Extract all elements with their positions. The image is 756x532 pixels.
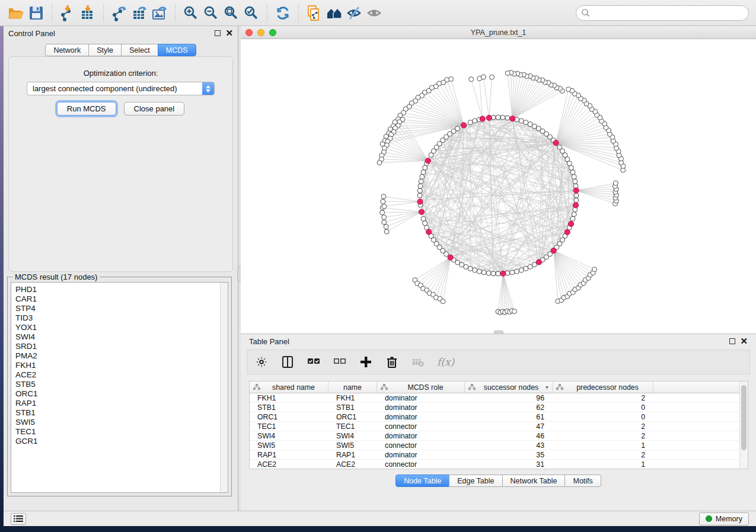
memory-button[interactable]: Memory: [699, 512, 749, 525]
mcds-result-item[interactable]: STB1: [15, 408, 220, 418]
run-mcds-button[interactable]: Run MCDS: [57, 102, 116, 116]
search-icon: [581, 8, 591, 18]
toolbar-separator: [267, 4, 267, 22]
cell-successor-nodes: 61: [465, 412, 553, 421]
task-list-icon: [14, 515, 23, 523]
table-row[interactable]: TEC1TEC1connector472: [250, 422, 739, 431]
delete-table-button: [411, 355, 425, 369]
delete-row-button[interactable]: [385, 355, 399, 369]
function-builder-button: f(x): [437, 356, 454, 368]
column-header-name[interactable]: name: [328, 382, 377, 393]
optimization-criterion-select[interactable]: largest connected component (undirected): [27, 82, 215, 95]
table-tabs: Node TableEdge TableNetwork TableMotifs: [241, 475, 756, 487]
table-scrollbar[interactable]: [739, 382, 748, 469]
tab-style[interactable]: Style: [88, 44, 122, 56]
export-table-button[interactable]: [129, 3, 149, 23]
table-scrollbar-thumb[interactable]: [741, 385, 747, 450]
mcds-result-item[interactable]: TEC1: [15, 427, 220, 437]
mcds-result-item[interactable]: PMA2: [15, 351, 220, 361]
mcds-result-item[interactable]: TID3: [15, 313, 220, 323]
mcds-result-box: MCDS result (17 nodes) PHD1CAR1STP4TID3Y…: [7, 277, 232, 496]
mcds-result-item[interactable]: SRD1: [15, 342, 220, 351]
mcds-result-list[interactable]: PHD1CAR1STP4TID3YOX1SWI4SRD1PMA2FKH1ACE2…: [11, 283, 220, 492]
zoom-fit-button[interactable]: [221, 3, 241, 23]
control-panel: Control Panel ✕ NetworkStyleSelectMCDS O…: [4, 26, 238, 511]
mcds-list-scrollbar[interactable]: [220, 283, 228, 492]
column-header-predecessor-nodes[interactable]: predecessor nodes: [553, 382, 653, 393]
cell-name: TEC1: [328, 422, 377, 431]
tab-network[interactable]: Network: [45, 44, 89, 56]
table-row[interactable]: SWI4SWI4dominator462: [250, 431, 739, 441]
table-toolbar: f(x): [247, 350, 750, 374]
mcds-result-item[interactable]: STP4: [15, 304, 220, 313]
network-canvas[interactable]: [241, 39, 756, 334]
cell-shared-name: STB1: [250, 403, 328, 412]
table-row[interactable]: STB1STB1dominator620: [250, 403, 739, 412]
hide-selected-button[interactable]: [344, 3, 365, 23]
task-history-button[interactable]: [11, 513, 26, 525]
add-row-button[interactable]: [359, 355, 373, 369]
cell-MCDS-role: dominator: [377, 403, 465, 412]
close-panel-icon[interactable]: ✕: [225, 30, 233, 36]
import-network-button[interactable]: [58, 3, 78, 23]
save-session-button[interactable]: [26, 3, 46, 23]
float-panel-icon[interactable]: [215, 30, 221, 36]
mcds-result-item[interactable]: PHD1: [15, 285, 220, 294]
toolbar-separator: [103, 4, 104, 22]
show-all-button[interactable]: [365, 3, 385, 23]
table-row[interactable]: FKH1FKH1dominator962: [250, 393, 739, 403]
column-header-MCDS-role[interactable]: MCDS role: [377, 382, 465, 393]
column-header-shared-name[interactable]: shared name: [250, 382, 328, 393]
tab-motifs[interactable]: Motifs: [564, 475, 601, 487]
table-row[interactable]: RAP1RAP1dominator352: [250, 450, 739, 460]
network-window-title: YPA_prune.txt_1: [241, 28, 756, 37]
cell-MCDS-role: dominator: [377, 431, 465, 440]
deselect-all-button[interactable]: [333, 355, 347, 369]
mcds-result-item[interactable]: CAR1: [15, 294, 220, 304]
close-panel-button[interactable]: Close panel: [124, 102, 185, 116]
search-box[interactable]: [576, 5, 749, 21]
close-table-panel-icon[interactable]: ✕: [740, 338, 748, 344]
search-input[interactable]: [591, 7, 748, 19]
cell-successor-nodes: 31: [465, 460, 553, 469]
tab-select[interactable]: Select: [121, 44, 158, 56]
cell-name: RAP1: [328, 450, 377, 459]
tab-mcds[interactable]: MCDS: [158, 44, 196, 56]
open-file-button[interactable]: [6, 3, 26, 23]
tab-network-table[interactable]: Network Table: [502, 475, 566, 487]
mcds-result-item[interactable]: STB5: [15, 380, 220, 389]
import-table-button[interactable]: [78, 3, 98, 23]
first-neighbors-button[interactable]: [324, 3, 344, 23]
refresh-layout-button[interactable]: [273, 3, 293, 23]
mcds-result-item[interactable]: ORC1: [15, 389, 220, 399]
control-panel-title: Control Panel: [8, 29, 55, 38]
mcds-result-item[interactable]: RAP1: [15, 399, 220, 408]
table-row[interactable]: ORC1ORC1dominator610: [250, 412, 739, 422]
column-browser-button[interactable]: [280, 355, 295, 369]
zoom-in-button[interactable]: [181, 3, 201, 23]
table-row[interactable]: SWI5SWI5connector431: [250, 441, 739, 450]
zoom-selected-icon: [243, 5, 260, 21]
mcds-result-item[interactable]: FKH1: [15, 361, 220, 370]
column-header-successor-nodes[interactable]: successor nodes▾: [465, 382, 553, 393]
mcds-result-item[interactable]: YOX1: [15, 323, 220, 332]
zoom-selected-button[interactable]: [241, 3, 261, 23]
mcds-result-item[interactable]: SWI5: [15, 418, 220, 427]
mcds-result-item[interactable]: SWI4: [15, 332, 220, 342]
export-network-button[interactable]: [109, 3, 129, 23]
tab-node-table[interactable]: Node Table: [395, 475, 449, 487]
export-image-button[interactable]: [149, 3, 170, 23]
network-from-selection-button[interactable]: [304, 3, 324, 23]
settings-gear-button[interactable]: [254, 355, 269, 369]
status-bar: Memory: [4, 511, 756, 526]
float-table-panel-icon[interactable]: [729, 338, 735, 344]
network-window-titlebar[interactable]: YPA_prune.txt_1: [241, 26, 756, 39]
zoom-out-button[interactable]: [201, 3, 221, 23]
tab-edge-table[interactable]: Edge Table: [449, 475, 502, 487]
select-all-button[interactable]: [307, 355, 321, 369]
mcds-result-item[interactable]: ACE2: [15, 370, 220, 380]
mcds-result-item[interactable]: GCR1: [15, 437, 220, 446]
optimization-criterion-value: largest connected component (undirected): [27, 84, 202, 93]
refresh-layout-icon: [275, 5, 291, 21]
table-row[interactable]: ACE2ACE2connector311: [250, 460, 739, 469]
